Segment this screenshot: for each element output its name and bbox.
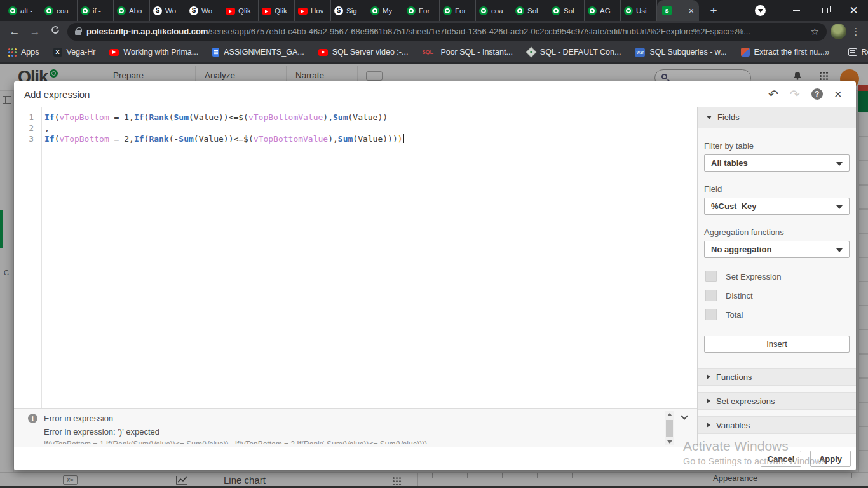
tab-close-icon[interactable]: × [689,6,694,15]
restore-icon [822,8,828,13]
minimize-button[interactable] [782,0,811,21]
redo-icon[interactable]: ↷ [790,87,800,102]
bookmarks-bar: AppsVega-HrWorking with Prima...ASSIGNME… [0,42,868,64]
checkbox-label: Distinct [726,291,753,301]
browser-tab[interactable]: My [367,0,403,21]
browser-tab[interactable]: Wo [186,0,222,21]
dialog-body: 123 If(vTopBottom = 1,If(Rank(Sum(Value)… [14,107,856,447]
qlik-favicon [407,6,416,15]
browser-tab[interactable]: Hov [295,0,331,21]
browser-tab[interactable]: AG [585,0,621,21]
accordion-functions[interactable]: Functions [698,368,856,386]
reload-icon[interactable] [47,25,64,38]
browser-tab[interactable]: if - [78,0,114,21]
bookmark-item[interactable]: ASSIGNMENTS_GA... [212,48,304,57]
code-segment: Sum [333,112,348,122]
checkbox-label: Set Expression [726,272,781,281]
line-number: 2 [14,123,34,133]
sidebar-content: Filter by table All tables Field %Cust_K… [698,128,856,440]
apply-button[interactable]: Apply [810,451,851,467]
code-line: , [44,123,697,133]
field-select[interactable]: %Cust_Key [704,198,850,215]
reading-list-button[interactable]: Reading list [848,48,868,57]
checkbox-icon[interactable] [705,309,717,320]
checkbox-set-expression[interactable]: Set Expression [704,267,850,286]
checkbox-icon[interactable] [705,271,717,282]
browser-tab[interactable]: Sig [331,0,367,21]
scrollbar-down-icon[interactable] [667,440,672,444]
fields-accordion-header[interactable]: Fields [698,107,856,128]
s-favicon [189,6,198,15]
bookmark-item[interactable]: SQL Subqueries - w... [635,48,726,57]
filter-by-table-select[interactable]: All tables [704,154,850,172]
browser-tab[interactable]: Usi [621,0,657,21]
qlik-favicon [552,6,560,15]
address-bar[interactable]: polestarllp-in.ap.qlikcloud.com/sense/ap… [67,23,827,41]
browser-tab[interactable]: coa [476,0,512,21]
bookmarks-right: » Reading list [825,47,868,57]
browser-tab[interactable]: Qlik [222,0,259,21]
checkbox-total[interactable]: Total [704,305,850,324]
browser-tab[interactable]: Wo [150,0,186,21]
browser-profile-avatar[interactable] [831,24,846,39]
browser-tab[interactable]: alt - [5,0,41,21]
browser-tab[interactable]: Abo [114,0,150,21]
active-tab[interactable]: × [657,0,699,21]
checkbox-icon[interactable] [705,290,717,301]
error-line-2: Error in expression: ')' expected [44,427,688,437]
scrollbar-thumb[interactable] [666,420,673,437]
reading-list-label: Reading list [862,48,868,57]
expression-code-editor[interactable]: If(vTopBottom = 1,If(Rank(Sum(Value))<=$… [42,107,697,408]
new-tab-button[interactable]: + [705,3,722,19]
undo-icon[interactable]: ↶ [768,87,778,102]
code-line: If(vTopBottom = 1,If(Rank(Sum(Value))<=$… [44,112,697,123]
forward-icon[interactable]: → [27,25,43,38]
qlik-favicon [44,6,53,15]
minimize-icon [793,10,800,11]
code-area: 123 If(vTopBottom = 1,If(Rank(Sum(Value)… [14,107,697,408]
scrollbar-up-icon[interactable] [667,413,672,416]
error-scrollbar[interactable] [665,411,674,445]
browser-tab[interactable]: Sol [512,0,548,21]
maximize-button[interactable] [811,0,839,21]
bookmark-item[interactable]: Extract the first nu... [741,48,825,57]
tab-title: Wo [201,7,212,15]
cancel-button[interactable]: Cancel [761,451,801,467]
checkbox-distinct[interactable]: Distinct [704,286,850,305]
bookmarks-overflow-icon[interactable]: » [825,47,830,57]
bookmark-item[interactable]: SQL Server video :-... [318,48,409,57]
browser-profile-badge-icon[interactable] [755,5,766,16]
bookmark-item[interactable]: Apps [8,48,39,57]
code-segment: , [44,123,50,133]
insert-button[interactable]: Insert [704,336,850,353]
bookmark-item[interactable]: Working with Prima... [109,48,198,57]
bookmark-item[interactable]: Vega-Hr [53,48,96,57]
quest-icon [741,48,750,57]
help-icon[interactable]: ? [811,88,823,100]
bookmark-star-icon[interactable]: ☆ [811,26,819,37]
chevron-right-icon [707,423,710,428]
bookmark-label: Extract the first nu... [754,48,825,57]
qlik-favicon [8,6,17,15]
window-close-button[interactable]: ✕ [839,0,868,21]
accordion-set-expressions[interactable]: Set expressions [698,392,856,410]
bookmark-item[interactable]: SQL - DEFAULT Con... [527,48,621,57]
browser-tab[interactable]: Qlik [259,0,295,21]
accordion-variables[interactable]: Variables [698,416,856,434]
dialog-close-icon[interactable]: × [834,88,842,100]
code-segment: (Value))<=$( [194,134,254,144]
bookmark-item[interactable]: Poor SQL - Instant... [422,48,512,57]
aggregation-select[interactable]: No aggregation [704,241,850,258]
browser-tab[interactable]: For [440,0,476,21]
code-segment: Sum [174,112,189,122]
tab-title: Qlik [238,7,251,15]
browser-menu-icon[interactable]: ⋮ [850,26,862,37]
browser-tab[interactable]: Sol [548,0,585,21]
tab-list: alt -coaif -AboWoWoQlikQlikHovSigMyForFo… [5,0,657,21]
back-icon[interactable]: ← [6,25,23,38]
browser-tab[interactable]: For [403,0,440,21]
tab-title: For [419,7,430,15]
bookmark-label: SQL - DEFAULT Con... [540,48,621,57]
s-favicon [153,6,162,15]
browser-tab[interactable]: coa [41,0,78,21]
